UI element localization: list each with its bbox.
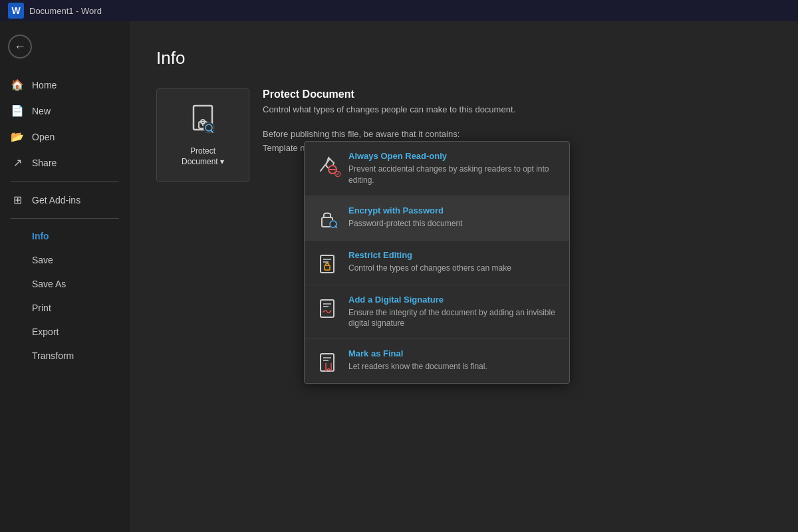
svg-rect-22 bbox=[321, 354, 334, 371]
restrict-editing-content: Restrict Editing Control the types of ch… bbox=[348, 250, 559, 274]
digital-signature-description: Ensure the integrity of the document by … bbox=[348, 307, 559, 330]
sidebar-item-save-as[interactable]: Save As bbox=[0, 272, 130, 296]
mark-final-title: Mark as Final bbox=[348, 348, 559, 358]
sidebar-item-export[interactable]: Export bbox=[0, 320, 130, 344]
digital-signature-icon bbox=[315, 296, 339, 320]
back-arrow-icon: ← bbox=[14, 40, 26, 54]
dropdown-item-read-only[interactable]: Always Open Read-only Prevent accidental… bbox=[305, 142, 569, 196]
get-add-ins-icon: ⊞ bbox=[11, 194, 24, 206]
main-layout: ← 🏠 Home 📄 New 📂 Open ↗ Share ⊞ Get Add-… bbox=[0, 21, 798, 532]
restrict-editing-description: Control the types of changes others can … bbox=[348, 263, 559, 274]
mark-final-content: Mark as Final Let readers know the docum… bbox=[348, 348, 559, 372]
mark-final-description: Let readers know the document is final. bbox=[348, 361, 559, 372]
sidebar-item-open-label: Open bbox=[32, 132, 55, 142]
title-bar: W Document1 - Word bbox=[0, 0, 798, 21]
protect-document-icon bbox=[187, 103, 219, 141]
open-icon: 📂 bbox=[11, 130, 24, 143]
digital-signature-title: Add a Digital Signature bbox=[348, 295, 559, 305]
new-icon: 📄 bbox=[11, 104, 24, 117]
sidebar: ← 🏠 Home 📄 New 📂 Open ↗ Share ⊞ Get Add-… bbox=[0, 21, 130, 532]
protect-document-label: Protect Document ▾ bbox=[182, 146, 224, 167]
read-only-description: Prevent accidental changes by asking rea… bbox=[348, 164, 559, 186]
sidebar-item-get-add-ins[interactable]: ⊞ Get Add-ins bbox=[0, 187, 130, 213]
protect-document-dropdown: Always Open Read-only Prevent accidental… bbox=[304, 141, 570, 384]
sidebar-item-home-label: Home bbox=[32, 80, 57, 90]
sidebar-item-new[interactable]: 📄 New bbox=[0, 98, 130, 124]
encrypt-password-title: Encrypt with Password bbox=[348, 205, 559, 215]
sidebar-item-print-label: Print bbox=[32, 303, 51, 313]
sidebar-item-share-label: Share bbox=[32, 158, 57, 168]
sidebar-item-print[interactable]: Print bbox=[0, 296, 130, 320]
svg-rect-18 bbox=[325, 265, 330, 270]
read-only-icon bbox=[315, 152, 339, 176]
digital-signature-content: Add a Digital Signature Ensure the integ… bbox=[348, 295, 559, 330]
dropdown-item-mark-final[interactable]: Mark as Final Let readers know the docum… bbox=[305, 339, 569, 383]
restrict-editing-title: Restrict Editing bbox=[348, 250, 559, 260]
dropdown-item-restrict-editing[interactable]: Restrict Editing Control the types of ch… bbox=[305, 241, 569, 285]
home-icon: 🏠 bbox=[11, 78, 24, 91]
read-only-title: Always Open Read-only bbox=[348, 151, 559, 161]
sidebar-item-home[interactable]: 🏠 Home bbox=[0, 72, 130, 98]
sidebar-item-save[interactable]: Save bbox=[0, 248, 130, 272]
title-bar-text: Document1 - Word bbox=[29, 6, 102, 16]
mark-final-icon bbox=[315, 350, 339, 374]
word-logo-icon: W bbox=[8, 3, 24, 19]
content-area: Info Protect Document ▾ bbox=[130, 21, 798, 532]
sidebar-item-info-label: Info bbox=[32, 231, 49, 241]
protect-section-description: Control what types of changes people can… bbox=[263, 104, 771, 114]
sidebar-divider bbox=[11, 181, 119, 182]
svg-line-14 bbox=[335, 226, 336, 227]
share-icon: ↗ bbox=[11, 156, 24, 169]
read-only-content: Always Open Read-only Prevent accidental… bbox=[348, 151, 559, 186]
sidebar-item-transform[interactable]: Transform bbox=[0, 344, 130, 368]
encrypt-password-content: Encrypt with Password Password-protect t… bbox=[348, 205, 559, 229]
encrypt-password-icon bbox=[315, 207, 339, 231]
sidebar-item-new-label: New bbox=[32, 106, 51, 116]
dropdown-item-digital-signature[interactable]: Add a Digital Signature Ensure the integ… bbox=[305, 285, 569, 340]
protect-section-title: Protect Document bbox=[263, 88, 771, 100]
sidebar-item-export-label: Export bbox=[32, 327, 59, 337]
encrypt-password-description: Password-protect this document bbox=[348, 218, 559, 229]
sidebar-item-get-add-ins-label: Get Add-ins bbox=[32, 195, 80, 205]
protect-document-button[interactable]: Protect Document ▾ bbox=[156, 88, 249, 182]
sidebar-item-save-label: Save bbox=[32, 255, 53, 265]
sidebar-item-open[interactable]: 📂 Open bbox=[0, 124, 130, 150]
sidebar-item-share[interactable]: ↗ Share bbox=[0, 150, 130, 176]
sidebar-divider-2 bbox=[11, 218, 119, 219]
page-title: Info bbox=[156, 48, 771, 68]
back-button[interactable]: ← bbox=[8, 35, 32, 59]
restrict-editing-icon bbox=[315, 251, 339, 275]
svg-rect-19 bbox=[321, 300, 334, 317]
sidebar-item-info[interactable]: Info bbox=[0, 224, 130, 248]
dropdown-item-encrypt-password[interactable]: Encrypt with Password Password-protect t… bbox=[305, 196, 569, 241]
sidebar-item-transform-label: Transform bbox=[32, 350, 74, 361]
sidebar-item-save-as-label: Save As bbox=[32, 279, 66, 289]
